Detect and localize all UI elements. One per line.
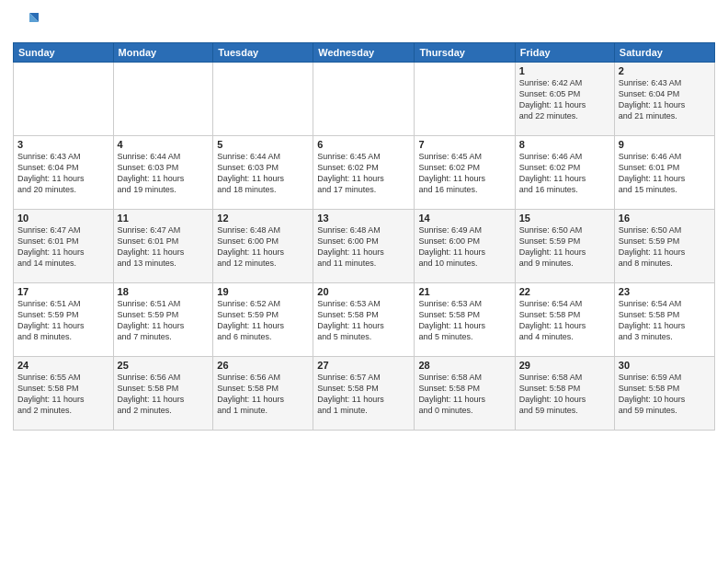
day-cell: 12Sunrise: 6:48 AM Sunset: 6:00 PM Dayli… [213, 210, 313, 283]
day-info: Sunrise: 6:46 AM Sunset: 6:02 PM Dayligh… [519, 151, 610, 196]
calendar-table: SundayMondayTuesdayWednesdayThursdayFrid… [13, 42, 715, 431]
day-cell: 8Sunrise: 6:46 AM Sunset: 6:02 PM Daylig… [515, 136, 614, 210]
day-number: 17 [17, 286, 109, 297]
day-cell: 4Sunrise: 6:44 AM Sunset: 6:03 PM Daylig… [113, 136, 213, 210]
day-cell: 7Sunrise: 6:45 AM Sunset: 6:02 PM Daylig… [415, 136, 515, 210]
day-cell: 15Sunrise: 6:50 AM Sunset: 5:59 PM Dayli… [515, 210, 614, 283]
day-number: 20 [317, 286, 410, 297]
day-info: Sunrise: 6:48 AM Sunset: 6:00 PM Dayligh… [317, 224, 410, 270]
day-number: 23 [619, 286, 711, 297]
day-info: Sunrise: 6:53 AM Sunset: 5:58 PM Dayligh… [418, 298, 510, 343]
logo-icon [13, 9, 39, 35]
day-cell [313, 63, 415, 136]
header-cell-saturday: Saturday [614, 43, 714, 63]
day-cell: 16Sunrise: 6:50 AM Sunset: 5:59 PM Dayli… [614, 210, 714, 283]
day-number: 19 [217, 286, 309, 297]
day-cell: 30Sunrise: 6:59 AM Sunset: 5:58 PM Dayli… [614, 357, 714, 431]
day-number: 22 [519, 286, 610, 297]
day-number: 4 [118, 139, 210, 150]
day-info: Sunrise: 6:50 AM Sunset: 5:59 PM Dayligh… [619, 224, 711, 270]
day-number: 7 [418, 139, 510, 150]
day-number: 30 [619, 360, 711, 371]
week-row-1: 1Sunrise: 6:42 AM Sunset: 6:05 PM Daylig… [14, 63, 715, 136]
day-cell: 9Sunrise: 6:46 AM Sunset: 6:01 PM Daylig… [614, 136, 714, 210]
day-cell: 10Sunrise: 6:47 AM Sunset: 6:01 PM Dayli… [14, 210, 114, 283]
day-info: Sunrise: 6:54 AM Sunset: 5:58 PM Dayligh… [519, 298, 610, 343]
day-cell: 23Sunrise: 6:54 AM Sunset: 5:58 PM Dayli… [614, 283, 714, 357]
day-cell: 24Sunrise: 6:55 AM Sunset: 5:58 PM Dayli… [14, 357, 114, 431]
day-info: Sunrise: 6:48 AM Sunset: 6:00 PM Dayligh… [217, 224, 309, 270]
day-number: 14 [418, 213, 510, 224]
day-number: 28 [418, 360, 510, 371]
day-number: 5 [217, 139, 309, 150]
day-cell: 25Sunrise: 6:56 AM Sunset: 5:58 PM Dayli… [113, 357, 213, 431]
calendar-header: SundayMondayTuesdayWednesdayThursdayFrid… [14, 43, 715, 63]
day-info: Sunrise: 6:53 AM Sunset: 5:58 PM Dayligh… [317, 298, 410, 343]
week-row-3: 10Sunrise: 6:47 AM Sunset: 6:01 PM Dayli… [14, 210, 715, 283]
day-info: Sunrise: 6:42 AM Sunset: 6:05 PM Dayligh… [519, 77, 610, 122]
day-number: 27 [317, 360, 410, 371]
day-cell: 17Sunrise: 6:51 AM Sunset: 5:59 PM Dayli… [14, 283, 114, 357]
day-info: Sunrise: 6:46 AM Sunset: 6:01 PM Dayligh… [619, 151, 711, 196]
day-number: 21 [418, 286, 510, 297]
day-number: 16 [619, 213, 711, 224]
day-cell [213, 63, 313, 136]
week-row-4: 17Sunrise: 6:51 AM Sunset: 5:59 PM Dayli… [14, 283, 715, 357]
day-number: 13 [317, 213, 410, 224]
day-info: Sunrise: 6:45 AM Sunset: 6:02 PM Dayligh… [418, 151, 510, 196]
day-cell: 18Sunrise: 6:51 AM Sunset: 5:59 PM Dayli… [113, 283, 213, 357]
day-cell: 1Sunrise: 6:42 AM Sunset: 6:05 PM Daylig… [515, 63, 614, 136]
header-row: SundayMondayTuesdayWednesdayThursdayFrid… [14, 43, 715, 63]
day-info: Sunrise: 6:56 AM Sunset: 5:58 PM Dayligh… [118, 372, 210, 417]
day-number: 29 [519, 360, 610, 371]
day-number: 11 [118, 213, 210, 224]
logo [13, 9, 42, 35]
day-cell: 6Sunrise: 6:45 AM Sunset: 6:02 PM Daylig… [313, 136, 415, 210]
day-number: 24 [17, 360, 109, 371]
day-cell: 28Sunrise: 6:58 AM Sunset: 5:58 PM Dayli… [415, 357, 515, 431]
day-info: Sunrise: 6:47 AM Sunset: 6:01 PM Dayligh… [17, 224, 109, 270]
day-number: 25 [118, 360, 210, 371]
day-info: Sunrise: 6:57 AM Sunset: 5:58 PM Dayligh… [317, 372, 410, 417]
day-info: Sunrise: 6:49 AM Sunset: 6:00 PM Dayligh… [418, 224, 510, 270]
day-info: Sunrise: 6:54 AM Sunset: 5:58 PM Dayligh… [619, 298, 711, 343]
day-cell: 13Sunrise: 6:48 AM Sunset: 6:00 PM Dayli… [313, 210, 415, 283]
day-info: Sunrise: 6:50 AM Sunset: 5:59 PM Dayligh… [519, 224, 610, 270]
day-info: Sunrise: 6:58 AM Sunset: 5:58 PM Dayligh… [519, 372, 610, 417]
day-cell: 3Sunrise: 6:43 AM Sunset: 6:04 PM Daylig… [14, 136, 114, 210]
day-cell: 22Sunrise: 6:54 AM Sunset: 5:58 PM Dayli… [515, 283, 614, 357]
week-row-5: 24Sunrise: 6:55 AM Sunset: 5:58 PM Dayli… [14, 357, 715, 431]
day-info: Sunrise: 6:58 AM Sunset: 5:58 PM Dayligh… [418, 372, 510, 417]
day-cell: 5Sunrise: 6:44 AM Sunset: 6:03 PM Daylig… [213, 136, 313, 210]
day-number: 3 [17, 139, 109, 150]
day-number: 1 [519, 65, 610, 76]
day-number: 2 [619, 65, 711, 76]
day-info: Sunrise: 6:55 AM Sunset: 5:58 PM Dayligh… [17, 372, 109, 417]
day-cell [415, 63, 515, 136]
day-cell: 2Sunrise: 6:43 AM Sunset: 6:04 PM Daylig… [614, 63, 714, 136]
day-info: Sunrise: 6:59 AM Sunset: 5:58 PM Dayligh… [619, 372, 711, 417]
day-number: 26 [217, 360, 309, 371]
page: SundayMondayTuesdayWednesdayThursdayFrid… [0, 0, 728, 563]
day-cell: 11Sunrise: 6:47 AM Sunset: 6:01 PM Dayli… [113, 210, 213, 283]
day-number: 18 [118, 286, 210, 297]
day-cell: 27Sunrise: 6:57 AM Sunset: 5:58 PM Dayli… [313, 357, 415, 431]
day-info: Sunrise: 6:56 AM Sunset: 5:58 PM Dayligh… [217, 372, 309, 417]
day-number: 9 [619, 139, 711, 150]
day-info: Sunrise: 6:45 AM Sunset: 6:02 PM Dayligh… [317, 151, 410, 196]
day-number: 12 [217, 213, 309, 224]
day-info: Sunrise: 6:51 AM Sunset: 5:59 PM Dayligh… [118, 298, 210, 343]
day-info: Sunrise: 6:47 AM Sunset: 6:01 PM Dayligh… [118, 224, 210, 270]
day-info: Sunrise: 6:51 AM Sunset: 5:59 PM Dayligh… [17, 298, 109, 343]
day-cell [14, 63, 114, 136]
day-info: Sunrise: 6:52 AM Sunset: 5:59 PM Dayligh… [217, 298, 309, 343]
header-cell-sunday: Sunday [14, 43, 114, 63]
day-number: 15 [519, 213, 610, 224]
day-cell [113, 63, 213, 136]
header [13, 9, 715, 35]
calendar-body: 1Sunrise: 6:42 AM Sunset: 6:05 PM Daylig… [14, 63, 715, 431]
header-cell-monday: Monday [113, 43, 213, 63]
day-cell: 29Sunrise: 6:58 AM Sunset: 5:58 PM Dayli… [515, 357, 614, 431]
day-info: Sunrise: 6:44 AM Sunset: 6:03 PM Dayligh… [118, 151, 210, 196]
day-cell: 21Sunrise: 6:53 AM Sunset: 5:58 PM Dayli… [415, 283, 515, 357]
